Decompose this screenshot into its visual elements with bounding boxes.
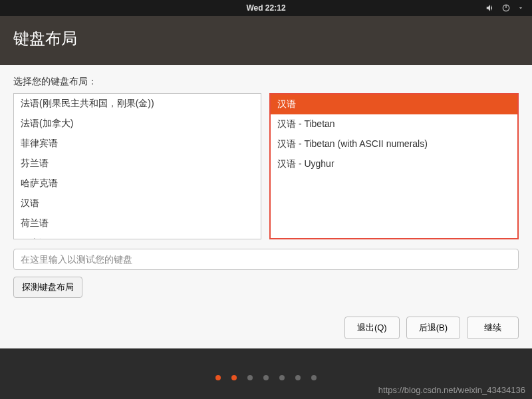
keyboard-test-input[interactable] [13, 249, 519, 270]
list-item[interactable]: 汉语 [271, 94, 517, 114]
list-item[interactable]: 汉语 - Tibetan (with ASCII numerals) [271, 134, 517, 154]
power-icon[interactable] [501, 3, 511, 13]
list-item[interactable]: 荷兰语 [14, 213, 261, 233]
installer-window: 键盘布局 选择您的键盘布局： 法语(刚果民主共和国，刚果(金))法语(加拿大)菲… [0, 16, 532, 348]
progress-dot [279, 375, 285, 380]
progress-dots [0, 375, 532, 380]
clock-label: Wed 22:12 [246, 3, 285, 13]
list-item[interactable]: 哈萨克语 [14, 174, 261, 194]
progress-dot [311, 375, 317, 380]
list-item[interactable]: 黑山语 [14, 233, 261, 239]
variant-list[interactable]: 汉语汉语 - Tibetan汉语 - Tibetan (with ASCII n… [269, 93, 519, 239]
content-area: 选择您的键盘布局： 法语(刚果民主共和国，刚果(金))法语(加拿大)菲律宾语芬兰… [0, 65, 532, 310]
progress-dot [231, 375, 237, 380]
list-item[interactable]: 法语(刚果民主共和国，刚果(金)) [14, 94, 261, 114]
top-panel: Wed 22:12 [0, 0, 532, 16]
system-indicators [485, 3, 524, 13]
progress-dot [263, 375, 269, 380]
progress-dot [295, 375, 301, 380]
chevron-down-icon[interactable] [517, 5, 524, 11]
progress-dot [247, 375, 253, 380]
list-item[interactable]: 法语(加拿大) [14, 114, 261, 134]
list-item[interactable]: 菲律宾语 [14, 134, 261, 154]
language-list[interactable]: 法语(刚果民主共和国，刚果(金))法语(加拿大)菲律宾语芬兰语哈萨克语汉语荷兰语… [13, 93, 261, 239]
volume-icon[interactable] [485, 3, 495, 13]
back-button[interactable]: 后退(B) [406, 317, 460, 339]
watermark-label: https://blog.csdn.net/weixin_43434136 [378, 385, 525, 395]
list-item[interactable]: 汉语 [14, 194, 261, 213]
list-item[interactable]: 芬兰语 [14, 154, 261, 174]
detect-layout-button[interactable]: 探测键盘布局 [13, 277, 82, 298]
footer-buttons: 退出(Q) 后退(B) 继续 [0, 310, 532, 348]
progress-dot [215, 375, 221, 380]
prompt-label: 选择您的键盘布局： [13, 76, 519, 88]
list-item[interactable]: 汉语 - Tibetan [271, 114, 517, 134]
quit-button[interactable]: 退出(Q) [344, 317, 400, 339]
page-title: 键盘布局 [0, 16, 532, 65]
layout-lists: 法语(刚果民主共和国，刚果(金))法语(加拿大)菲律宾语芬兰语哈萨克语汉语荷兰语… [13, 93, 519, 239]
continue-button[interactable]: 继续 [467, 317, 519, 339]
list-item[interactable]: 汉语 - Uyghur [271, 154, 517, 174]
